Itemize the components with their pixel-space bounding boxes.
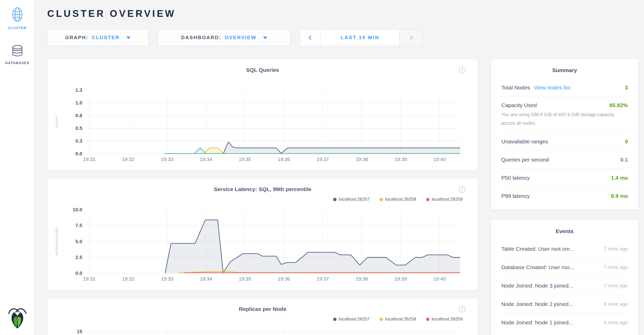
time-back-button[interactable] [300,29,321,46]
event-time: 7 mins ago [604,283,628,289]
cockroachdb-logo[interactable] [8,306,27,331]
svg-text:19:33: 19:33 [161,157,173,162]
event-time: 8 mins ago [604,301,628,307]
svg-text:19:31: 19:31 [83,276,95,282]
chart-plot: 0.00.30.50.81.01.319:3119:3219:3319:3419… [47,84,478,165]
summary-row: Queries per second0.1 [501,150,628,169]
legend-dot-icon [380,198,383,201]
database-icon [12,54,23,58]
summary-panel: Summary Total NodesView nodes list3Capac… [491,59,639,210]
time-range-selector: LAST 10 MIN [300,29,423,46]
summary-row: Unavailable ranges0 [501,132,628,150]
svg-text:19:31: 19:31 [83,157,95,162]
svg-text:19:32: 19:32 [122,276,134,282]
event-row: Node Joined: Node 1 joined...8 mins ago [501,313,628,332]
legend-item: localhost:26257 [333,197,370,202]
summary-title: Summary [501,59,628,79]
svg-text:1.0: 1.0 [76,100,82,106]
graph-dropdown-label: GRAPH: [65,35,88,40]
legend-label: localhost:26258 [385,317,416,322]
svg-text:19:34: 19:34 [200,157,212,162]
summary-row: P99 latency8.9 ms [501,187,628,205]
svg-text:19:35: 19:35 [239,276,251,282]
event-row: Database Created: User roo...7 mins ago [501,258,628,276]
legend-label: localhost:26259 [432,197,463,202]
page-title: CLUSTER OVERVIEW [47,8,644,19]
main-content: CLUSTER OVERVIEW GRAPH: CLUSTER DASHBOAR… [35,0,644,335]
chart-plot: 05101519:3119:3219:3319:3419:3519:3619:3… [47,325,478,335]
svg-text:19:39: 19:39 [394,157,407,162]
svg-text:19:36: 19:36 [278,276,290,282]
summary-row-value: 3 [625,85,628,91]
event-row: Node Joined: Node 2 joined...8 mins ago [501,295,628,313]
summary-row-note: You are using 598.9 GiB of 697.9 GiB sto… [501,110,628,128]
summary-row: Capacity Used85.82%You are using 598.9 G… [501,97,628,132]
summary-row-value: 85.82% [609,102,628,108]
sidebar-item-cluster[interactable]: CLUSTER [0,7,35,30]
dashboard-dropdown-label: DASHBOARD: [181,35,221,40]
graph-dropdown[interactable]: GRAPH: CLUSTER [47,29,148,46]
summary-row-label: P99 latency [501,193,530,199]
legend-item: localhost:26259 [426,317,463,322]
svg-text:19:34: 19:34 [200,276,212,282]
summary-row-value: 8.9 ms [611,193,628,199]
events-panel: Events Table Created: User root cre...7 … [491,220,639,335]
chart-title: Service Latency: SQL, 99th percentile [47,186,478,192]
sidebar-item-databases[interactable]: DATABASES [0,45,35,65]
svg-text:0.0: 0.0 [76,270,82,276]
chevron-down-icon [126,37,131,39]
svg-text:0.8: 0.8 [76,113,82,118]
svg-text:2.5: 2.5 [76,255,83,260]
svg-text:19:39: 19:39 [394,276,407,282]
time-range-label[interactable]: LAST 10 MIN [321,29,399,46]
dashboard-dropdown-value: OVERVIEW [225,35,256,40]
svg-text:19:37: 19:37 [317,276,329,282]
svg-text:19:36: 19:36 [278,157,290,162]
summary-row-label: Total Nodes [501,85,530,91]
sidebar-item-label: CLUSTER [0,26,35,30]
svg-text:19:40: 19:40 [433,157,446,162]
events-title: Events [501,220,628,240]
summary-row-label: Capacity Used [501,102,537,108]
chart-legend: localhost:26257localhost:26258localhost:… [323,317,463,322]
chart-title: Replicas per Node [47,306,478,312]
app-root: CLUSTER DATABASES [0,0,644,335]
sidebar-item-label: DATABASES [0,61,35,65]
svg-text:19:40: 19:40 [433,276,446,282]
legend-label: localhost:26259 [432,317,463,322]
svg-text:milliseconds: milliseconds [54,227,59,256]
info-icon[interactable]: ! [459,67,466,73]
chevron-right-icon [408,36,413,40]
info-icon[interactable]: ! [459,186,466,193]
svg-text:15: 15 [77,329,83,334]
chart-card: Service Latency: SQL, 99th percentile!lo… [47,178,478,291]
event-row: Table Created: User root cre...7 mins ag… [501,240,628,258]
legend-dot-icon [426,318,429,321]
chevron-left-icon [309,36,313,40]
legend-label: localhost:26258 [385,197,416,202]
view-nodes-link[interactable]: View nodes list [534,85,570,91]
time-forward-button[interactable] [399,29,423,46]
dashboard-content: SQL Queries!0.00.30.50.81.01.319:3119:32… [47,59,644,335]
legend-label: localhost:26257 [339,317,370,322]
svg-text:0.3: 0.3 [76,138,82,144]
svg-text:19:38: 19:38 [355,157,368,162]
legend-item: localhost:26259 [426,197,463,202]
sidebar: CLUSTER DATABASES [0,0,35,335]
legend-item: localhost:26257 [333,317,370,322]
summary-row-label: Queries per second [501,157,549,163]
event-text: Node Joined: Node 3 joined... [501,283,573,289]
summary-row-label: P50 latency [501,175,530,181]
svg-text:19:37: 19:37 [317,157,329,162]
event-row: Node Joined: Node 3 joined...7 mins ago [501,276,628,295]
summary-row-value: 0.1 [620,157,628,163]
legend-dot-icon [426,198,429,201]
chevron-down-icon [263,37,267,39]
info-icon[interactable]: ! [459,306,466,312]
summary-row: P50 latency1.4 ms [501,169,628,187]
event-text: Database Created: User roo... [501,264,574,270]
dashboard-dropdown[interactable]: DASHBOARD: OVERVIEW [158,29,291,46]
event-text: Node Joined: Node 2 joined... [501,301,573,307]
summary-row-value: 0 [625,138,628,145]
svg-text:count: count [54,116,59,128]
